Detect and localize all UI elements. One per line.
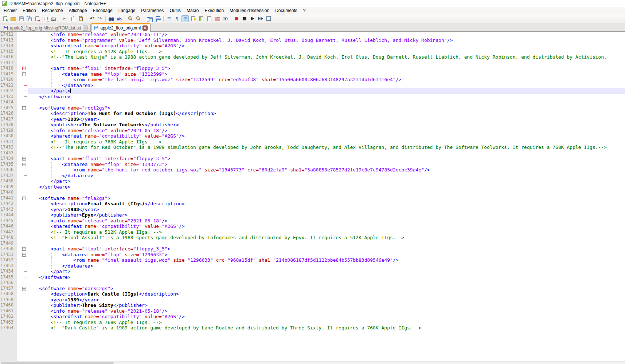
save-button[interactable] bbox=[17, 15, 25, 22]
show-all-chars-button[interactable] bbox=[173, 15, 181, 22]
code-text[interactable]: </dataarea> bbox=[28, 173, 625, 179]
line-number[interactable]: 17463 bbox=[0, 320, 17, 325]
line-number[interactable]: 17444 bbox=[0, 212, 17, 218]
line-number[interactable]: 17421 bbox=[0, 83, 17, 88]
line-number[interactable]: 17455 bbox=[0, 274, 17, 280]
line-number[interactable]: 17414 bbox=[0, 43, 17, 49]
code-text[interactable]: </software> bbox=[28, 94, 625, 100]
folder-workspace-button[interactable] bbox=[214, 15, 221, 22]
code-text[interactable]: <sharedfeat name="compatibility" value="… bbox=[28, 314, 625, 320]
document-map-button[interactable] bbox=[198, 15, 205, 22]
undo-button[interactable] bbox=[88, 15, 95, 22]
code-text[interactable]: <!-- It requires a 768K Apple IIgs. --> bbox=[28, 320, 625, 325]
code-text[interactable]: <sharedfeat name="compatibility" value="… bbox=[28, 223, 625, 229]
fold-toggle-icon[interactable] bbox=[17, 195, 28, 201]
line-number[interactable]: 17450 bbox=[0, 246, 17, 252]
new-file-button[interactable] bbox=[1, 15, 9, 22]
line-number[interactable]: 17431 bbox=[0, 139, 17, 145]
line-number[interactable]: 17449 bbox=[0, 241, 17, 246]
menu-item-langage[interactable]: Langage bbox=[116, 7, 138, 14]
code-text[interactable]: <rom name="the last ninja iigs.woz" size… bbox=[28, 77, 625, 83]
menu-item-?[interactable]: ? bbox=[300, 7, 309, 14]
line-number[interactable]: 17418 bbox=[0, 66, 17, 71]
menu-item-param-tres[interactable]: Paramètres bbox=[138, 7, 167, 14]
sync-horizontal-button[interactable] bbox=[154, 15, 161, 22]
fold-toggle-icon[interactable] bbox=[17, 66, 28, 71]
code-text[interactable] bbox=[28, 241, 625, 246]
code-text[interactable]: <!--"Final Assault" is a 1988 sports gam… bbox=[28, 235, 625, 241]
code-text[interactable]: <publisher>Epyx</publisher> bbox=[28, 212, 625, 218]
code-text[interactable]: <rom name="the hunt for red october iigs… bbox=[28, 167, 625, 173]
code-text[interactable]: <sharedfeat name="compatibility" value="… bbox=[28, 43, 625, 49]
line-number[interactable]: 17412 bbox=[0, 32, 17, 37]
horizontal-scrollbar-thumb[interactable] bbox=[1, 362, 114, 364]
file-tab-2[interactable]: apple2_flop_orig.xml× bbox=[91, 23, 151, 32]
tab-close-icon[interactable]: × bbox=[83, 25, 88, 31]
line-number[interactable]: 17458 bbox=[0, 291, 17, 297]
fold-toggle-icon[interactable] bbox=[17, 156, 28, 162]
macro-save-button[interactable] bbox=[265, 15, 272, 22]
copy-button[interactable] bbox=[69, 15, 76, 22]
line-number[interactable]: 17437 bbox=[0, 173, 17, 179]
code-text[interactable]: <dataarea name="flop" size="1343773"> bbox=[28, 162, 625, 167]
line-number[interactable]: 17441 bbox=[0, 195, 17, 201]
line-number[interactable]: 17446 bbox=[0, 223, 17, 229]
line-number[interactable]: 17451 bbox=[0, 252, 17, 258]
code-text[interactable]: <part name="flop1" interface="floppy_3_5… bbox=[28, 156, 625, 162]
indent-guide-button[interactable] bbox=[181, 15, 189, 22]
zoom-out-button[interactable] bbox=[135, 15, 142, 22]
code-text[interactable]: <publisher>The Software Toolworks</publi… bbox=[28, 122, 625, 128]
code-text[interactable]: <info name="release" value="2021-05-18"/… bbox=[28, 128, 625, 134]
word-wrap-button[interactable] bbox=[165, 15, 173, 22]
close-button[interactable] bbox=[34, 15, 41, 22]
code-text[interactable]: <software name="roct2gs"> bbox=[28, 105, 625, 111]
code-text[interactable]: </dataarea> bbox=[28, 83, 625, 88]
file-tab-1[interactable]: apple2_flop_orig MissingROMList.txt× bbox=[1, 24, 91, 31]
code-text[interactable] bbox=[28, 60, 625, 66]
line-number[interactable]: 17434 bbox=[0, 156, 17, 162]
line-number[interactable]: 17429 bbox=[0, 128, 17, 134]
code-text[interactable]: </part> bbox=[28, 88, 625, 94]
document-list-button[interactable] bbox=[206, 15, 213, 22]
fold-toggle-icon[interactable] bbox=[17, 105, 28, 111]
code-text[interactable]: <software name="fnla2gs"> bbox=[28, 195, 625, 201]
line-number[interactable]: 17428 bbox=[0, 122, 17, 128]
code-text[interactable]: <year>1988</year> bbox=[28, 207, 625, 213]
fold-toggle-icon[interactable] bbox=[17, 286, 28, 292]
line-number[interactable]: 17432 bbox=[0, 145, 17, 150]
code-text[interactable]: </part> bbox=[28, 269, 625, 274]
code-text[interactable]: <!--"The Last Ninja" is a 1988 action ga… bbox=[28, 54, 625, 60]
code-text[interactable]: </part> bbox=[28, 178, 625, 184]
tab-close-icon[interactable]: × bbox=[142, 25, 148, 31]
line-number[interactable]: 17443 bbox=[0, 207, 17, 213]
line-number[interactable]: 17425 bbox=[0, 105, 17, 111]
code-text[interactable]: <info name="release" value="2021-05-18"/… bbox=[28, 218, 625, 224]
print-button[interactable] bbox=[50, 15, 57, 22]
redo-button[interactable] bbox=[96, 15, 103, 22]
line-number[interactable]: 17419 bbox=[0, 71, 17, 77]
editor-background[interactable] bbox=[28, 331, 625, 361]
line-number[interactable]: 17427 bbox=[0, 116, 17, 122]
line-number[interactable]: 17457 bbox=[0, 286, 17, 292]
save-all-button[interactable] bbox=[26, 15, 33, 22]
code-text[interactable]: <!--"Dark Castle" is a 1989 action game … bbox=[28, 325, 625, 331]
line-number[interactable]: 17416 bbox=[0, 54, 17, 60]
menu-item-documents[interactable]: Documents bbox=[272, 7, 300, 14]
code-text[interactable]: <year>1989</year> bbox=[28, 297, 625, 303]
replace-button[interactable] bbox=[116, 15, 123, 22]
code-text[interactable]: <!-- It requires a 512K Apple IIgs. --> bbox=[28, 229, 625, 235]
menu-item--dition[interactable]: Édition bbox=[20, 7, 39, 14]
fold-toggle-icon[interactable] bbox=[17, 71, 28, 77]
code-text[interactable] bbox=[28, 280, 625, 286]
line-number[interactable]: 17438 bbox=[0, 178, 17, 184]
menu-item-fichier[interactable]: Fichier bbox=[1, 7, 20, 14]
menu-item-recherche[interactable]: Recherche bbox=[39, 7, 66, 14]
menu-item-encodage[interactable]: Encodage bbox=[90, 7, 116, 14]
code-text[interactable] bbox=[28, 99, 625, 105]
code-text[interactable]: <part name="flop1" interface="floppy_3_5… bbox=[28, 246, 625, 252]
code-text[interactable]: <!-- It requires a 768K Apple IIgs. --> bbox=[28, 139, 625, 145]
line-number[interactable]: 17413 bbox=[0, 37, 17, 43]
code-text[interactable]: <rom name="final assault iigs.woz" size=… bbox=[28, 257, 625, 263]
line-number[interactable]: 17448 bbox=[0, 235, 17, 241]
menu-item-outils[interactable]: Outils bbox=[167, 7, 184, 14]
